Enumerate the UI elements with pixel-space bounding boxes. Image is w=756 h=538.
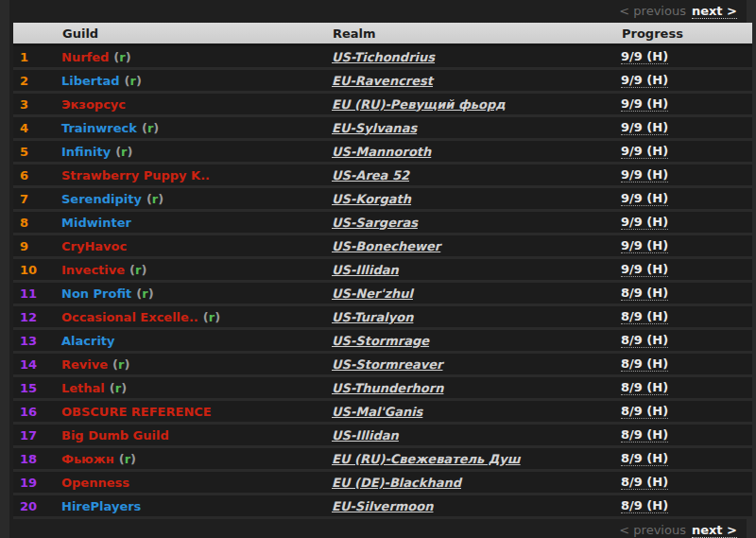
progress-link[interactable]: 9/9 (H) [621,49,668,64]
progress-link[interactable]: 9/9 (H) [621,262,668,277]
progress-link[interactable]: 9/9 (H) [621,144,668,159]
guild-rank: 15 [13,376,57,400]
column-header-realm: Realm [327,23,616,45]
realm-link[interactable]: EU-Silvermoon [332,499,433,513]
guild-rank: 14 [13,353,57,376]
table-row: 16 OBSCURE REFERENCE US-Mal'Ganis 8/9 (H… [13,400,752,424]
guild-name-link[interactable]: Openness [61,476,129,490]
realm-link[interactable]: US-Mannoroth [332,145,431,159]
guild-rank: 12 [13,305,57,329]
guild-name-link[interactable]: Libertad [61,74,120,88]
guild-name-link[interactable]: Serendipity [61,192,142,206]
realm-link[interactable]: US-Korgath [332,192,411,206]
progress-link[interactable]: 8/9 (H) [621,309,668,324]
progress-link[interactable]: 9/9 (H) [621,96,668,112]
realm-link[interactable]: US-Turalyon [332,310,413,324]
recruiting-flag: (r) [129,263,146,277]
table-row: 7 Serendipity(r) US-Korgath 9/9 (H) [13,187,752,211]
next-page-link[interactable]: next > [692,4,737,19]
recruiting-flag: (r) [119,452,136,466]
previous-page-link[interactable]: < previous [619,4,686,18]
guild-name-link[interactable]: Strawberry Puppy K.. [61,168,210,182]
progress-link[interactable]: 8/9 (H) [621,451,668,466]
table-row: 14 Revive(r) US-Stormreaver 8/9 (H) [13,353,752,376]
guild-name-link[interactable]: HirePlayers [61,499,141,513]
realm-link[interactable]: US-Illidan [332,263,399,277]
guild-name-link[interactable]: Nurfed [61,50,109,64]
realm-link[interactable]: EU (RU)-Свежеватель Душ [332,452,521,466]
guild-name-link[interactable]: Invective [61,263,125,277]
recruiting-flag: (r) [112,357,129,372]
table-row: 10 Invective(r) US-Illidan 9/9 (H) [13,258,752,282]
table-row: 6 Strawberry Puppy K.. US-Area 52 9/9 (H… [13,164,752,187]
guild-rank: 13 [13,329,57,353]
recruiting-flag: (r) [125,74,142,88]
guild-name-link[interactable]: Non Profit [61,286,131,301]
recruiting-flag: (r) [146,192,163,206]
progress-link[interactable]: 8/9 (H) [621,333,668,348]
realm-link[interactable]: US-Illidan [332,428,399,443]
recruiting-flag: (r) [110,381,127,395]
guild-rank: 6 [13,164,57,187]
progress-link[interactable]: 9/9 (H) [621,120,668,135]
progress-link[interactable]: 9/9 (H) [621,167,668,182]
guild-name-link[interactable]: Экзорсус [61,97,126,112]
guild-name-link[interactable]: Фьюжн [61,452,114,466]
guild-name-link[interactable]: Infinity [61,145,111,159]
progress-link[interactable]: 8/9 (H) [621,286,668,301]
progress-link[interactable]: 8/9 (H) [621,380,668,395]
realm-link[interactable]: US-Sargeras [332,216,418,230]
guild-name-link[interactable]: Occasional Excelle.. [61,310,198,324]
recruiting-flag: (r) [115,145,132,159]
progress-link[interactable]: 9/9 (H) [621,73,668,88]
realm-link[interactable]: EU (DE)-Blackhand [332,476,461,490]
realm-link[interactable]: US-Mal'Ganis [332,405,422,419]
table-row: 3 Экзорсус EU (RU)-Ревущий фьорд 9/9 (H) [13,93,752,116]
realm-link[interactable]: US-Stormreaver [332,357,442,372]
realm-link[interactable]: US-Thunderhorn [332,381,443,395]
progress-link[interactable]: 9/9 (H) [621,215,668,230]
progress-link[interactable]: 8/9 (H) [621,356,668,372]
guild-rank: 11 [13,282,57,305]
guild-name-link[interactable]: Lethal [61,381,105,395]
progress-link[interactable]: 8/9 (H) [621,475,668,490]
pager-top: < previousnext > [9,0,747,23]
table-row: 11 Non Profit(r) US-Ner'zhul 8/9 (H) [13,282,752,305]
table-row: 13 Alacrity US-Stormrage 8/9 (H) [13,329,752,353]
realm-link[interactable]: US-Ner'zhul [332,286,413,301]
progress-link[interactable]: 8/9 (H) [621,498,668,513]
progress-link[interactable]: 9/9 (H) [621,238,668,253]
realm-link[interactable]: US-Area 52 [332,168,409,182]
realm-link[interactable]: US-Bonechewer [332,239,440,253]
progress-link[interactable]: 9/9 (H) [621,191,668,206]
table-row: 4 Trainwreck(r) EU-Sylvanas 9/9 (H) [13,116,752,140]
progress-link[interactable]: 8/9 (H) [621,427,668,443]
guild-name-link[interactable]: CryHavoc [61,239,127,253]
table-row: 5 Infinity(r) US-Mannoroth 9/9 (H) [13,140,752,164]
guild-name-link[interactable]: Alacrity [61,334,115,348]
guild-rank: 4 [13,116,57,140]
guild-name-link[interactable]: Big Dumb Guild [61,428,169,443]
guild-name-link[interactable]: Revive [61,357,108,372]
guild-name-link[interactable]: OBSCURE REFERENCE [61,405,212,419]
guild-rank: 7 [13,187,57,211]
guild-rank: 17 [13,424,57,447]
guild-name-link[interactable]: Midwinter [61,216,131,230]
recruiting-flag: (r) [142,121,159,135]
column-header-progress: Progress [616,23,752,45]
previous-page-link[interactable]: < previous [619,523,686,537]
progress-link[interactable]: 8/9 (H) [621,404,668,419]
realm-link[interactable]: US-Stormrage [332,334,429,348]
table-row: 12 Occasional Excelle..(r) US-Turalyon 8… [13,305,752,329]
realm-link[interactable]: EU-Ravencrest [332,74,433,88]
pager-bottom: < previousnext > [9,519,747,538]
realm-link[interactable]: US-Tichondrius [332,50,435,64]
table-row: 19 Openness EU (DE)-Blackhand 8/9 (H) [13,471,752,495]
realm-link[interactable]: EU (RU)-Ревущий фьорд [332,97,506,112]
recruiting-flag: (r) [113,50,130,64]
guild-rank: 20 [13,495,57,518]
next-page-link[interactable]: next > [692,523,737,538]
guild-name-link[interactable]: Trainwreck [61,121,137,135]
realm-link[interactable]: EU-Sylvanas [332,121,417,135]
table-row: 1 Nurfed(r) US-Tichondrius 9/9 (H) [13,45,752,69]
